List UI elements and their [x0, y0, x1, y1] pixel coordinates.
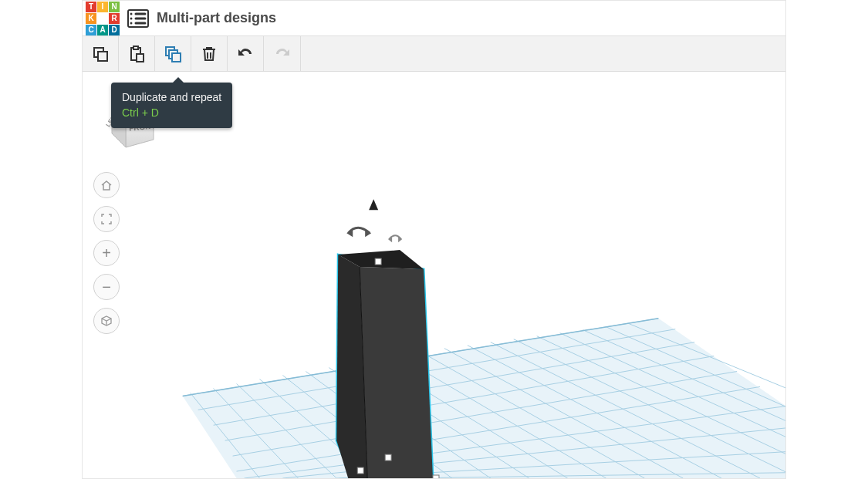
svg-rect-7: [98, 52, 107, 61]
transform-gizmos: [346, 199, 402, 242]
workplane-canvas[interactable]: Duplicate and repeat Ctrl + D: [83, 72, 785, 478]
svg-rect-10: [137, 54, 144, 62]
logo-letter-n: N: [109, 2, 120, 12]
logo-letter-e: E: [97, 13, 108, 24]
logo-letter-t: T: [86, 2, 96, 12]
delete-button[interactable]: [191, 36, 228, 71]
handle-bottom-left[interactable]: [357, 467, 363, 474]
logo-letter-k: K: [86, 13, 96, 24]
svg-marker-52: [360, 267, 433, 478]
undo-button[interactable]: [228, 36, 264, 71]
editor-frame: T I N K E R C A D Multi-part designs: [82, 0, 786, 479]
design-title[interactable]: Multi-part designs: [157, 10, 276, 26]
tooltip-label: Duplicate and repeat: [122, 90, 221, 106]
move-up-icon[interactable]: [369, 199, 378, 210]
logo-letter-i: I: [97, 2, 108, 12]
logo-letter-d: D: [109, 25, 120, 35]
duplicate-tooltip: Duplicate and repeat Ctrl + D: [111, 83, 232, 128]
svg-rect-13: [172, 53, 181, 62]
workplane-fill: [183, 319, 785, 478]
tooltip-shortcut: Ctrl + D: [122, 106, 221, 121]
header-bar: T I N K E R C A D Multi-part designs: [83, 1, 785, 36]
paste-button[interactable]: [119, 36, 155, 71]
handle-top[interactable]: [375, 258, 381, 265]
handle-bottom-right[interactable]: [433, 475, 439, 478]
tinkercad-logo[interactable]: T I N K E R C A D: [86, 2, 120, 35]
logo-letter-c: C: [86, 25, 96, 35]
redo-button[interactable]: [264, 36, 300, 71]
svg-rect-9: [133, 46, 138, 49]
toolbar: [83, 36, 785, 72]
handle-front-mid[interactable]: [385, 454, 391, 460]
copy-button[interactable]: [83, 36, 119, 71]
designs-list-icon[interactable]: [127, 9, 149, 28]
duplicate-button[interactable]: [155, 36, 191, 71]
logo-letter-a: A: [97, 25, 108, 35]
selected-shape[interactable]: [336, 250, 439, 478]
scene: [83, 72, 785, 478]
logo-letter-r: R: [109, 13, 120, 24]
